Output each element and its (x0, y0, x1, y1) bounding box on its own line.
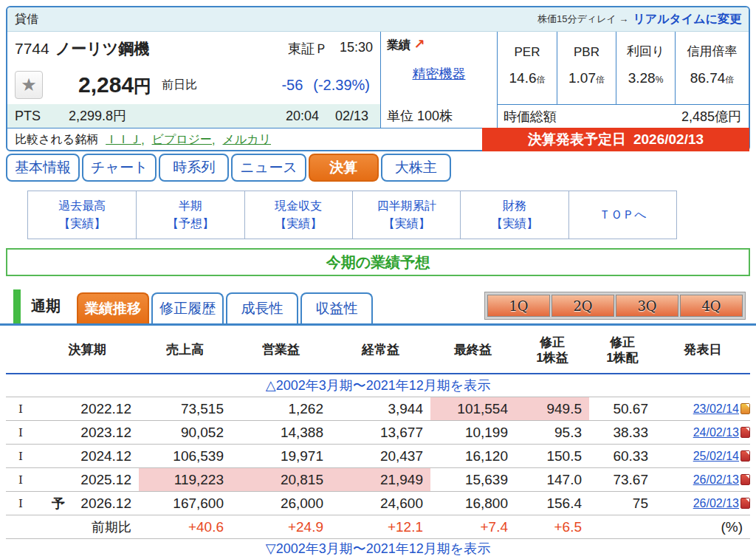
announcement-date-link[interactable]: 26/02/13 (693, 473, 739, 487)
pdf-icon[interactable] (740, 498, 750, 509)
cell-ordinary: 13,677 (331, 421, 430, 444)
accounting-standard-mark: Ⅰ (6, 497, 35, 510)
subnav-cash-flow[interactable]: 現金収支【実績】 (244, 191, 352, 239)
tab-chart[interactable]: チャート (82, 154, 157, 182)
compare-link-mercari[interactable]: メルカリ (223, 132, 272, 148)
tab-revision-history[interactable]: 修正履歴 (151, 292, 224, 323)
cell-net: 16,120 (430, 445, 515, 467)
cell-sales: 106,539 (139, 445, 231, 467)
cell-op: 1,262 (231, 397, 331, 420)
cell-op: 19,971 (231, 445, 331, 467)
cell-op: 26,000 (231, 492, 331, 515)
tab-profitability[interactable]: 収益性 (300, 292, 373, 323)
yoy-change-row: 前期比 +40.6 +24.9 +12.1 +7.4 +6.5 (%) (6, 515, 750, 538)
pdf-icon[interactable] (740, 450, 750, 462)
margin-trading-label: 貸借 (15, 12, 38, 27)
sector-link[interactable]: 精密機器 (387, 65, 491, 83)
announcement-date-link[interactable]: 24/02/13 (693, 426, 739, 439)
announcement-date-link[interactable]: 26/02/13 (693, 497, 739, 510)
cell-period: 2024.12 (35, 445, 139, 467)
cell-ordinary: 20,437 (331, 445, 430, 467)
tab-time-series[interactable]: 時系列 (159, 154, 229, 182)
main-nav-tabs: 基本情報 チャート 時系列 ニュース 決算 大株主 (6, 154, 451, 182)
cell-sales-record-high: 119,223 (139, 468, 231, 491)
cell-eps: 156.4 (515, 492, 589, 515)
cell-eps: 150.5 (515, 445, 589, 467)
compare-stocks-row: 比較される銘柄 ＩＩＪ, ビプロジー, メルカリ 決算発表予定日 2026/02… (7, 128, 749, 151)
market-label: 東証Ｐ (288, 40, 328, 58)
cell-op-record-high: 20,815 (231, 468, 331, 491)
cell-sales: 73,515 (139, 397, 231, 420)
cell-eps-record-high: 949.5 (515, 397, 589, 420)
subnav-record-high[interactable]: 過去最高【実績】 (28, 191, 136, 239)
cell-ordinary: 3,944 (331, 397, 430, 420)
col-header-eps: 修正1株益 (515, 335, 589, 366)
quarter-2q-button[interactable]: 2Q (551, 295, 614, 317)
delay-note: 株価15分ディレイ → (537, 13, 628, 26)
subnav-financials[interactable]: 財務【実績】 (460, 191, 568, 239)
announcement-date-link[interactable]: 23/02/14 (693, 402, 739, 416)
metric-margin-ratio: 信用倍率 86.74倍 (675, 32, 749, 104)
price-change-pct: (-2.39%) (313, 77, 370, 94)
cell-div: 38.33 (589, 421, 656, 444)
favorite-button[interactable]: ★ (15, 71, 43, 99)
cell-div: 50.67 (589, 397, 656, 420)
table-row: Ⅰ 2023.12 90,052 14,388 13,677 10,199 95… (6, 420, 750, 444)
earnings-subnav: 過去最高【実績】 半期【予想】 現金収支【実績】 四半期累計【実績】 財務【実績… (27, 191, 677, 239)
stock-code: 7744 (15, 40, 49, 58)
market-cap-value: 2,485億円 (681, 108, 741, 126)
quote-time: 15:30 (340, 40, 373, 58)
quarter-3q-button[interactable]: 3Q (616, 295, 678, 317)
calendar-icon[interactable] (740, 403, 750, 414)
realtime-switch-link[interactable]: リアルタイムに変更 (633, 12, 741, 27)
tab-major-shareholders[interactable]: 大株主 (381, 154, 451, 182)
yoy-label: 前期比 (35, 518, 139, 536)
col-header-net: 最終益 (430, 342, 515, 357)
compare-link-iij[interactable]: ＩＩＪ (106, 132, 141, 148)
subnav-half-year[interactable]: 半期【予想】 (136, 191, 244, 239)
current-price: 2,284円 (78, 72, 151, 98)
quarter-1q-button[interactable]: 1Q (487, 295, 550, 317)
cell-ordinary: 24,600 (331, 492, 430, 515)
quarter-4q-button[interactable]: 4Q (680, 295, 743, 317)
yoy-unit: (%) (656, 515, 750, 538)
show-older-periods-link-top[interactable]: △2002年3月期〜2021年12月期を表示 (6, 374, 750, 397)
pts-time: 20:04 (286, 109, 319, 124)
col-header-sales: 売上高 (139, 342, 231, 357)
trading-unit: 単位 100株 (381, 104, 497, 128)
yoy-net: +7.4 (430, 515, 515, 538)
metric-per: PER 14.6倍 (498, 32, 557, 104)
tab-news[interactable]: ニュース (231, 154, 306, 182)
market-cap-label: 時価総額 (504, 108, 557, 126)
pdf-icon[interactable] (740, 427, 750, 438)
period-tab-row: 通期 業績推移 修正履歴 成長性 収益性 1Q 2Q 3Q 4Q (0, 289, 756, 326)
cell-net: 10,199 (430, 421, 515, 444)
compare-link-biprogy[interactable]: ビプロジー (152, 132, 213, 148)
cell-period: 予2026.12 (35, 492, 139, 515)
yoy-ordinary: +12.1 (331, 515, 430, 538)
cell-period: 2025.12 (35, 468, 139, 491)
cell-period: 2023.12 (35, 421, 139, 444)
cell-period: 2022.12 (35, 397, 139, 420)
subnav-quarterly-cumulative[interactable]: 四半期累計【実績】 (352, 191, 460, 239)
performance-up-arrow-icon: ↗ (413, 37, 425, 52)
cell-net: 16,800 (430, 492, 515, 515)
tab-earnings[interactable]: 決算 (309, 154, 379, 182)
show-older-periods-link-bottom[interactable]: ▽2002年3月期〜2021年12月期を表示 (6, 538, 750, 558)
subnav-top-link[interactable]: ＴＯＰへ (568, 191, 676, 239)
pts-label: PTS (15, 109, 41, 124)
tab-performance-trend[interactable]: 業績推移 (77, 292, 149, 323)
tab-basic-info[interactable]: 基本情報 (6, 154, 80, 182)
cell-net: 15,639 (430, 468, 515, 491)
col-header-div: 修正1株配 (589, 335, 656, 366)
cell-sales: 167,600 (139, 492, 231, 515)
pdf-icon[interactable] (740, 474, 750, 485)
pts-row: PTS 2,299.8円 20:04 02/13 (7, 104, 380, 128)
tab-growth[interactable]: 成長性 (226, 292, 298, 323)
yoy-op: +24.9 (231, 515, 331, 538)
cell-div: 60.33 (589, 445, 656, 467)
header-topbar: 貸借 株価15分ディレイ → リアルタイムに変更 (7, 7, 749, 32)
earnings-announcement-banner: 決算発表予定日 2026/02/13 (482, 128, 749, 151)
announcement-date-link[interactable]: 25/02/14 (693, 450, 739, 463)
price-change: -56 (281, 77, 303, 94)
